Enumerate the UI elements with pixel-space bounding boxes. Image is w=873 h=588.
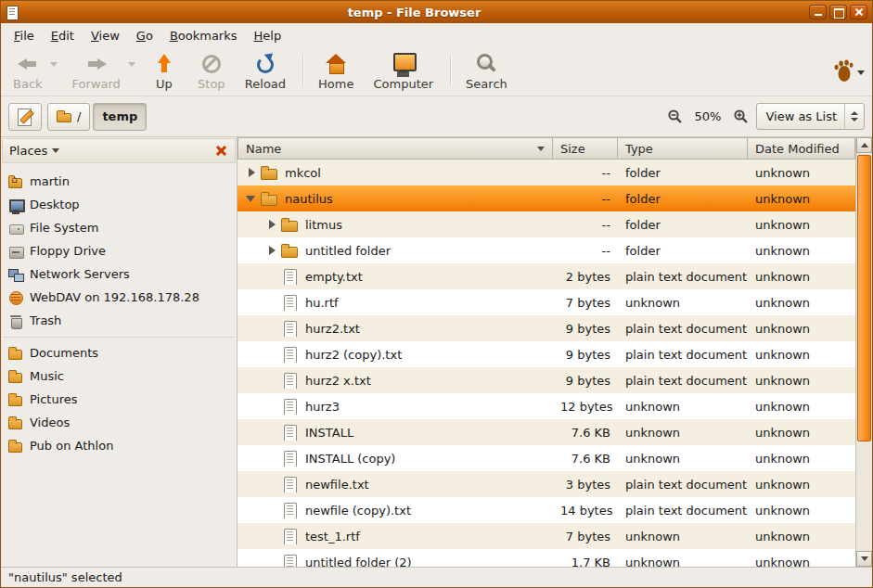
zoom-in-button[interactable] [730,107,751,127]
table-row[interactable]: hu.rtf 7 bytes unknown unknown [238,289,855,315]
sidebar-item[interactable]: martin [1,170,237,193]
table-row[interactable]: litmus -- folder unknown [238,211,855,237]
menu-item[interactable]: Edit [44,26,82,45]
cell-name: hurz2.txt [238,321,553,337]
places-sidebar: Places martin Desktop File System [1,137,238,567]
expander-icon[interactable] [265,244,278,257]
sidebar-item[interactable]: Music [1,364,237,388]
expander-icon[interactable] [245,166,258,179]
close-sidebar-icon[interactable] [214,144,228,158]
cell-name: empty.txt [238,269,553,285]
cell-date: unknown [748,504,855,518]
toolbar-button[interactable]: Reload [237,48,294,93]
file-icon [281,529,299,544]
column-header[interactable]: Name [238,137,553,160]
expander-icon[interactable] [245,192,258,205]
table-row[interactable]: test_1.rtf 7 bytes unknown unknown [238,523,855,549]
path-button[interactable]: / [47,103,90,131]
toolbar-button[interactable]: Up [142,48,186,93]
expander-icon[interactable] [265,218,278,231]
chevron-down-icon[interactable] [52,148,59,153]
cell-date: unknown [748,374,855,388]
column-header-label: Size [560,142,585,156]
table-row[interactable]: hurz2 x.txt 9 bytes plain text document … [238,367,855,393]
table-row[interactable]: mkcol -- folder unknown [238,160,855,185]
table-row[interactable]: newfile (copy).txt 14 bytes plain text d… [238,497,855,523]
file-name: newfile.txt [305,478,369,492]
chevron-down-icon[interactable] [128,62,135,67]
window-control-button[interactable] [850,5,867,19]
scrollbar-thumb[interactable] [857,155,871,441]
cell-name: nautilus [238,191,553,207]
window-control-button[interactable] [809,5,827,19]
menu-item[interactable]: Go [129,26,160,45]
scroll-down-icon[interactable] [856,551,872,567]
toolbar-overflow-icon[interactable] [855,67,867,78]
sidebar-item[interactable]: Documents [1,341,237,364]
file-icon [281,347,299,363]
cell-date: unknown [748,166,855,180]
menu-item[interactable]: Help [247,26,289,45]
table-row[interactable]: nautilus -- folder unknown [238,185,855,211]
toolbar-buttons: Back Forward Up Stop Reload [5,48,831,96]
column-header[interactable]: Size [553,137,618,160]
sidebar-item[interactable]: Pictures [1,388,237,411]
toolbar-button[interactable]: Stop [189,48,234,93]
sidebar-item[interactable]: File System [1,216,237,239]
zoom-out-button[interactable] [665,107,686,127]
path-bar: / temp [47,103,147,131]
sidebar-item[interactable]: Videos [1,411,237,434]
file-icon [261,191,278,207]
file-browser-window: temp - File Browser FileEditViewGoBookma… [0,0,873,588]
table-row[interactable]: untitled folder -- folder unknown [238,237,855,263]
sidebar-item-icon [8,369,23,384]
toolbar-button[interactable]: Search [457,48,516,93]
scrollbar-track[interactable] [856,153,872,551]
table-row[interactable]: INSTALL 7.6 KB unknown unknown [238,419,855,445]
file-icon [281,217,299,233]
toolbar-button[interactable]: Back [5,48,61,93]
cell-size: 1.7 KB [553,556,618,568]
sidebar-item[interactable] [1,332,237,341]
table-row[interactable]: empty.txt 2 bytes plain text document un… [238,263,855,289]
titlebar[interactable]: temp - File Browser [1,1,872,23]
toggle-location-entry-button[interactable] [8,103,42,131]
toolbar-button-icon [199,52,224,76]
menu-item[interactable]: View [83,26,127,45]
table-row[interactable]: untitled folder (2) 1.7 KB unknown unkno… [238,549,855,567]
path-button[interactable]: temp [93,103,147,131]
toolbar-button[interactable]: Forward [64,48,139,93]
column-header[interactable]: Type [618,137,748,160]
sidebar-title[interactable]: Places [9,144,47,158]
sidebar-item[interactable]: Pub on Athlon [1,434,237,457]
sidebar-item[interactable]: Floppy Drive [1,239,237,262]
toolbar-button[interactable]: Home [310,48,362,93]
view-as-dropdown[interactable]: View as List [756,103,865,130]
file-icon [281,373,299,389]
window-control-button[interactable] [829,5,847,19]
sidebar-item[interactable]: Trash [1,309,237,332]
scroll-up-icon[interactable] [856,137,872,153]
sidebar-item[interactable]: Desktop [1,193,237,216]
menu-item[interactable]: File [6,26,42,45]
menu-item[interactable]: Bookmarks [162,26,245,45]
file-icon [281,295,299,311]
vertical-scrollbar[interactable] [855,137,872,567]
column-header[interactable]: Date Modified [748,137,855,160]
file-name: test_1.rtf [305,530,360,543]
table-row[interactable]: newfile.txt 3 bytes plain text document … [238,471,855,497]
cell-name: untitled folder (2) [238,555,553,568]
sidebar-item[interactable]: WebDAV on 192.168.178.28 [1,286,237,309]
file-list-area: Name Size Type Date Modified [238,137,872,567]
cell-size: 9 bytes [553,348,618,362]
cell-name: INSTALL (copy) [238,451,553,467]
table-row[interactable]: INSTALL (copy) 7.6 KB unknown unknown [238,445,855,471]
table-row[interactable]: hurz2.txt 9 bytes plain text document un… [238,315,855,341]
sidebar-item-icon [8,198,23,212]
table-row[interactable]: hurz2 (copy).txt 9 bytes plain text docu… [238,341,855,367]
table-row[interactable]: hurz3 12 bytes unknown unknown [238,393,855,419]
chevron-down-icon[interactable] [50,62,58,67]
sidebar-item[interactable]: Network Servers [1,262,237,286]
toolbar-button[interactable]: Computer [365,48,442,93]
sidebar-item-icon [8,313,23,328]
